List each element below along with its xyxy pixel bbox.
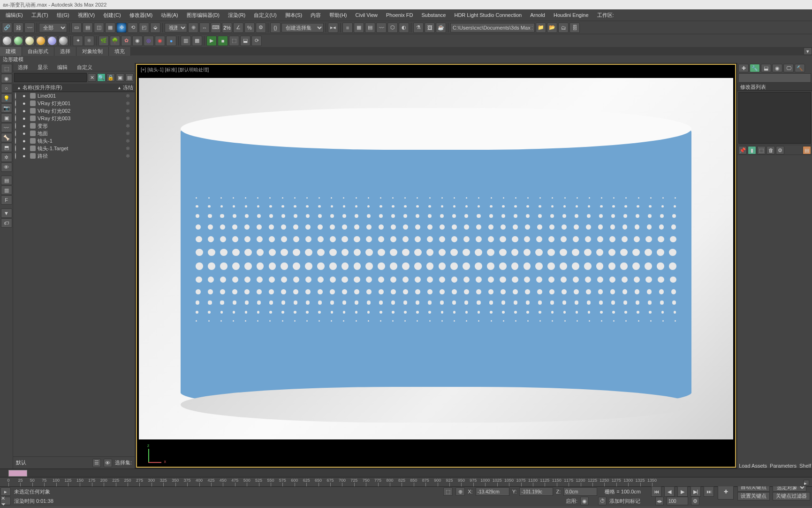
freeze-icon[interactable]: ● xyxy=(23,131,28,136)
se-clear-icon[interactable]: ✕ xyxy=(88,73,96,82)
se-item-7[interactable]: ●镜头-1.Target❄ xyxy=(13,145,135,152)
menu-views[interactable]: 视图(V) xyxy=(74,10,99,21)
goto-end-icon[interactable]: ⏭ xyxy=(704,486,714,497)
addtag-label[interactable]: 添加时间标记 xyxy=(609,498,640,505)
se-item-2[interactable]: ●VRay 灯光002❄ xyxy=(13,107,135,115)
menu-phoenixfd[interactable]: Phoenix FD xyxy=(382,10,417,20)
eye-icon[interactable] xyxy=(15,153,21,159)
freeze-cell[interactable]: ❄ xyxy=(121,100,135,107)
se-item-4[interactable]: ●变形❄ xyxy=(13,122,135,130)
se-search-input[interactable] xyxy=(14,73,87,82)
abs-rel-icon[interactable]: ⊕ xyxy=(455,487,465,496)
unlink-icon[interactable]: ⛓ xyxy=(13,23,23,33)
sphere-btn-4[interactable] xyxy=(36,36,46,46)
cp-tab-modify-icon[interactable]: 🔧 xyxy=(750,64,760,72)
cp-tab-display-icon[interactable]: 🖵 xyxy=(783,64,794,72)
time-config-icon[interactable]: ⚙ xyxy=(691,497,699,505)
se-filter-space-icon[interactable]: 〰 xyxy=(1,123,12,132)
select-rotate-icon[interactable]: ⟲ xyxy=(128,23,138,33)
freeze-cell[interactable]: ❄ xyxy=(121,115,135,122)
cp-modifier-stack[interactable] xyxy=(738,92,811,144)
time-ruler[interactable]: ▸ 02550751001251501752002252502753003253… xyxy=(0,477,812,486)
se-tab-select[interactable]: 选择 xyxy=(13,63,33,71)
mirror-icon[interactable]: ▸◂ xyxy=(328,23,338,33)
se-filter-helper-icon[interactable]: ▣ xyxy=(1,113,12,123)
select-place-icon[interactable]: ⬙ xyxy=(150,23,160,33)
refcoord-select[interactable]: 视图 xyxy=(165,23,187,32)
cp-tab-create-icon[interactable]: ✚ xyxy=(738,64,749,72)
se-filter-light-icon[interactable]: 💡 xyxy=(1,93,12,103)
util-icon-8[interactable]: ▩ xyxy=(192,36,202,46)
select-region-icon[interactable]: ◫ xyxy=(94,23,104,33)
freeze-icon[interactable]: ● xyxy=(23,146,28,151)
phoenix-icon-3[interactable]: ⬚ xyxy=(229,36,239,46)
se-item-1[interactable]: ●VRay 灯光001❄ xyxy=(13,100,135,107)
ribbon-tab-freeform[interactable]: 自由形式 xyxy=(22,47,54,56)
freeze-cell[interactable]: ❄ xyxy=(121,131,135,137)
y-input[interactable] xyxy=(519,487,553,496)
util-icon-7[interactable]: ▥ xyxy=(181,36,191,46)
manipulate-icon[interactable]: ↔ xyxy=(199,23,210,33)
util-icon-2[interactable]: ⚛ xyxy=(84,36,94,46)
se-opt2-icon[interactable]: ▤ xyxy=(125,73,134,82)
time-slider-handle[interactable] xyxy=(8,470,27,477)
bind-icon[interactable]: 〰 xyxy=(24,23,35,33)
se-lock-icon[interactable]: 🔒 xyxy=(106,73,115,82)
se-display-icon-1[interactable]: ▤ xyxy=(1,176,12,185)
freeze-icon[interactable]: ● xyxy=(23,93,28,99)
schematic-icon[interactable]: ⬡ xyxy=(387,23,398,33)
render-setup-icon[interactable]: ⚗ xyxy=(413,23,424,33)
curve-editor-icon[interactable]: 〰 xyxy=(376,23,387,33)
ribbon-tab-populate[interactable]: 填充 xyxy=(109,47,131,56)
named-selset-select[interactable]: 创建选择集 xyxy=(281,23,324,32)
ribbon-tab-selection[interactable]: 选择 xyxy=(54,47,76,56)
cp-make-unique-icon[interactable]: ⬚ xyxy=(757,146,766,154)
eye-icon[interactable] xyxy=(15,115,21,121)
percent-snap-icon[interactable]: % xyxy=(244,23,255,33)
menu-scripting[interactable]: 脚本(S) xyxy=(281,10,306,21)
link-icon[interactable]: 🔗 xyxy=(2,23,12,33)
maxscript-icon[interactable]: ▸ xyxy=(0,487,11,496)
eye-icon[interactable] xyxy=(15,123,21,129)
toggle-layer-icon[interactable]: ▦ xyxy=(354,23,364,33)
se-filter-geom-icon[interactable]: ◉ xyxy=(1,74,12,83)
cp-tab-loadassets[interactable]: Load Assets xyxy=(739,463,767,469)
project-path-input[interactable] xyxy=(450,23,535,32)
menu-group[interactable]: 组(G) xyxy=(53,10,73,21)
freeze-icon[interactable]: ● xyxy=(23,138,28,144)
cp-show-end-icon[interactable]: ▮ xyxy=(748,146,756,154)
select-name-icon[interactable]: ▤ xyxy=(83,23,93,33)
cp-tab-motion-icon[interactable]: ◉ xyxy=(772,64,782,72)
menu-modifiers[interactable]: 修改器(M) xyxy=(126,10,157,21)
util-icon-4[interactable]: ◎ xyxy=(144,36,154,46)
freeze-icon[interactable]: ● xyxy=(23,100,28,106)
cp-configure-icon[interactable]: ⚙ xyxy=(776,146,784,154)
phoenix-icon-1[interactable]: ▶ xyxy=(206,36,217,46)
menu-civilview[interactable]: Civil View xyxy=(352,10,381,20)
se-tab-custom[interactable]: 自定义 xyxy=(72,63,97,71)
project-icon-3[interactable]: 🗂 xyxy=(558,23,569,33)
snap-toggle-icon[interactable]: 2½ xyxy=(222,23,232,33)
se-display-icon-3[interactable]: F xyxy=(1,195,12,205)
menu-help[interactable]: 帮助(H) xyxy=(326,10,350,21)
freeze-cell[interactable]: ❄ xyxy=(121,93,135,99)
viewport-label[interactable]: [+] [镜头-1] [标准] [默认明暗处理] xyxy=(141,67,209,73)
freeze-icon[interactable]: ● xyxy=(23,115,28,121)
menu-edit[interactable]: 编辑(E) xyxy=(2,10,27,21)
freeze-cell[interactable]: ❄ xyxy=(121,123,135,129)
select-scale-icon[interactable]: ◰ xyxy=(139,23,149,33)
flower-icon[interactable]: ✿ xyxy=(121,36,131,46)
named-selset-icon[interactable]: {} xyxy=(270,23,281,33)
eye-icon[interactable] xyxy=(15,100,21,106)
ribbon-tab-objpaint[interactable]: 对象绘制 xyxy=(76,47,109,56)
cp-tab-parameters[interactable]: Parameters xyxy=(770,463,797,469)
freeze-icon[interactable]: ● xyxy=(23,123,28,129)
menu-hdrls[interactable]: HDR Light Studio Connection xyxy=(450,10,525,20)
se-item-8[interactable]: ●路径❄ xyxy=(13,152,135,160)
time-slider[interactable] xyxy=(0,469,812,477)
se-filter-hidden-icon[interactable]: 👁 xyxy=(1,162,12,172)
util-icon-3[interactable]: ◉ xyxy=(132,36,143,46)
align-icon[interactable]: ≡ xyxy=(342,23,353,33)
lock-selection-icon[interactable]: ⬚ xyxy=(443,487,453,496)
eye-icon[interactable] xyxy=(15,108,21,114)
